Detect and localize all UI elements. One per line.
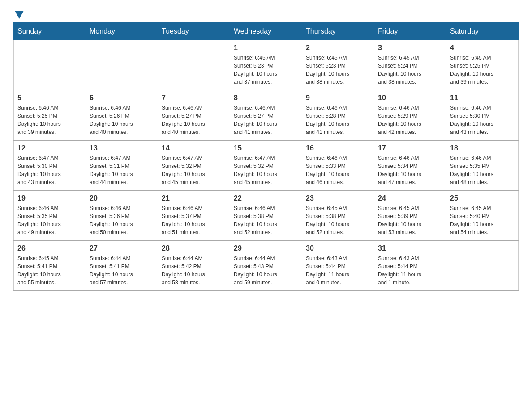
calendar-cell: 23Sunrise: 6:45 AMSunset: 5:38 PMDayligh… [302,190,374,240]
day-number: 8 [234,94,298,102]
day-info: Sunrise: 6:47 AMSunset: 5:30 PMDaylight:… [17,154,82,186]
day-info: Sunrise: 6:45 AMSunset: 5:25 PMDaylight:… [450,54,515,86]
day-number: 19 [17,194,82,202]
day-number: 16 [306,144,370,152]
calendar-header-row: SundayMondayTuesdayWednesdayThursdayFrid… [14,23,519,40]
day-of-week-header: Wednesday [230,23,302,40]
day-number: 30 [306,244,370,253]
day-number: 20 [90,194,154,202]
day-info: Sunrise: 6:46 AMSunset: 5:27 PMDaylight:… [162,104,226,136]
day-info: Sunrise: 6:44 AMSunset: 5:42 PMDaylight:… [162,254,226,287]
day-info: Sunrise: 6:47 AMSunset: 5:32 PMDaylight:… [234,154,298,186]
calendar-cell [158,40,230,90]
day-number: 18 [450,144,515,152]
calendar-cell: 20Sunrise: 6:46 AMSunset: 5:36 PMDayligh… [86,190,158,240]
day-of-week-header: Monday [86,23,158,40]
day-of-week-header: Tuesday [158,23,230,40]
day-number: 17 [378,144,442,152]
calendar-table: SundayMondayTuesdayWednesdayThursdayFrid… [13,22,519,291]
day-info: Sunrise: 6:46 AMSunset: 5:35 PMDaylight:… [17,204,82,236]
calendar-cell: 29Sunrise: 6:44 AMSunset: 5:43 PMDayligh… [230,240,302,291]
day-info: Sunrise: 6:46 AMSunset: 5:37 PMDaylight:… [162,204,226,236]
calendar-cell: 14Sunrise: 6:47 AMSunset: 5:32 PMDayligh… [158,140,230,190]
calendar-cell: 4Sunrise: 6:45 AMSunset: 5:25 PMDaylight… [446,40,519,90]
calendar-cell: 13Sunrise: 6:47 AMSunset: 5:31 PMDayligh… [86,140,158,190]
calendar-week-row: 12Sunrise: 6:47 AMSunset: 5:30 PMDayligh… [14,140,519,190]
day-info: Sunrise: 6:45 AMSunset: 5:23 PMDaylight:… [306,54,370,86]
calendar-cell: 12Sunrise: 6:47 AMSunset: 5:30 PMDayligh… [14,140,86,190]
calendar-cell: 22Sunrise: 6:46 AMSunset: 5:38 PMDayligh… [230,190,302,240]
day-number: 7 [162,94,226,102]
logo [13,9,24,18]
page-header [13,9,519,18]
day-number: 13 [90,144,154,152]
day-number: 15 [234,144,298,152]
calendar-cell: 11Sunrise: 6:46 AMSunset: 5:30 PMDayligh… [446,90,519,140]
day-info: Sunrise: 6:46 AMSunset: 5:30 PMDaylight:… [450,104,515,136]
calendar-cell: 28Sunrise: 6:44 AMSunset: 5:42 PMDayligh… [158,240,230,291]
day-of-week-header: Saturday [446,23,519,40]
calendar-cell: 17Sunrise: 6:46 AMSunset: 5:34 PMDayligh… [374,140,446,190]
day-number: 12 [17,144,82,152]
calendar-cell: 5Sunrise: 6:46 AMSunset: 5:25 PMDaylight… [14,90,86,140]
day-info: Sunrise: 6:45 AMSunset: 5:38 PMDaylight:… [306,204,370,236]
day-info: Sunrise: 6:46 AMSunset: 5:36 PMDaylight:… [90,204,154,236]
day-number: 2 [306,44,370,52]
day-number: 4 [450,44,515,52]
calendar-cell: 25Sunrise: 6:45 AMSunset: 5:40 PMDayligh… [446,190,519,240]
calendar-cell: 16Sunrise: 6:46 AMSunset: 5:33 PMDayligh… [302,140,374,190]
day-number: 9 [306,94,370,102]
day-number: 11 [450,94,515,102]
day-number: 28 [162,244,226,253]
logo-arrow-icon [15,11,24,19]
day-info: Sunrise: 6:47 AMSunset: 5:32 PMDaylight:… [162,154,226,186]
day-info: Sunrise: 6:44 AMSunset: 5:43 PMDaylight:… [234,254,298,287]
calendar-cell: 26Sunrise: 6:45 AMSunset: 5:41 PMDayligh… [14,240,86,291]
calendar-week-row: 1Sunrise: 6:45 AMSunset: 5:23 PMDaylight… [14,40,519,90]
day-info: Sunrise: 6:43 AMSunset: 5:44 PMDaylight:… [378,254,442,287]
day-info: Sunrise: 6:46 AMSunset: 5:29 PMDaylight:… [378,104,442,136]
day-info: Sunrise: 6:46 AMSunset: 5:25 PMDaylight:… [17,104,82,136]
day-number: 24 [378,194,442,202]
calendar-cell: 3Sunrise: 6:45 AMSunset: 5:24 PMDaylight… [374,40,446,90]
day-number: 5 [17,94,82,102]
day-info: Sunrise: 6:45 AMSunset: 5:40 PMDaylight:… [450,204,515,236]
day-info: Sunrise: 6:45 AMSunset: 5:41 PMDaylight:… [17,254,82,287]
day-info: Sunrise: 6:45 AMSunset: 5:39 PMDaylight:… [378,204,442,236]
day-info: Sunrise: 6:45 AMSunset: 5:24 PMDaylight:… [378,54,442,86]
day-number: 6 [90,94,154,102]
calendar-cell: 7Sunrise: 6:46 AMSunset: 5:27 PMDaylight… [158,90,230,140]
day-number: 1 [234,44,298,52]
calendar-week-row: 19Sunrise: 6:46 AMSunset: 5:35 PMDayligh… [14,190,519,240]
calendar-cell: 19Sunrise: 6:46 AMSunset: 5:35 PMDayligh… [14,190,86,240]
day-number: 21 [162,194,226,202]
day-info: Sunrise: 6:46 AMSunset: 5:34 PMDaylight:… [378,154,442,186]
calendar-cell: 31Sunrise: 6:43 AMSunset: 5:44 PMDayligh… [374,240,446,291]
day-number: 26 [17,244,82,253]
calendar-week-row: 5Sunrise: 6:46 AMSunset: 5:25 PMDaylight… [14,90,519,140]
calendar-cell [86,40,158,90]
calendar-cell: 6Sunrise: 6:46 AMSunset: 5:26 PMDaylight… [86,90,158,140]
calendar-cell: 27Sunrise: 6:44 AMSunset: 5:41 PMDayligh… [86,240,158,291]
calendar-cell: 15Sunrise: 6:47 AMSunset: 5:32 PMDayligh… [230,140,302,190]
day-number: 29 [234,244,298,253]
calendar-cell: 18Sunrise: 6:46 AMSunset: 5:35 PMDayligh… [446,140,519,190]
calendar-cell [446,240,519,291]
calendar-cell: 9Sunrise: 6:46 AMSunset: 5:28 PMDaylight… [302,90,374,140]
day-number: 25 [450,194,515,202]
day-info: Sunrise: 6:46 AMSunset: 5:35 PMDaylight:… [450,154,515,186]
calendar-cell: 2Sunrise: 6:45 AMSunset: 5:23 PMDaylight… [302,40,374,90]
day-info: Sunrise: 6:46 AMSunset: 5:33 PMDaylight:… [306,154,370,186]
day-info: Sunrise: 6:44 AMSunset: 5:41 PMDaylight:… [90,254,154,287]
day-number: 22 [234,194,298,202]
day-info: Sunrise: 6:46 AMSunset: 5:38 PMDaylight:… [234,204,298,236]
day-of-week-header: Thursday [302,23,374,40]
day-of-week-header: Friday [374,23,446,40]
day-number: 31 [378,244,442,253]
day-info: Sunrise: 6:43 AMSunset: 5:44 PMDaylight:… [306,254,370,287]
calendar-cell: 24Sunrise: 6:45 AMSunset: 5:39 PMDayligh… [374,190,446,240]
day-info: Sunrise: 6:47 AMSunset: 5:31 PMDaylight:… [90,154,154,186]
day-number: 23 [306,194,370,202]
day-info: Sunrise: 6:46 AMSunset: 5:26 PMDaylight:… [90,104,154,136]
calendar-cell: 30Sunrise: 6:43 AMSunset: 5:44 PMDayligh… [302,240,374,291]
